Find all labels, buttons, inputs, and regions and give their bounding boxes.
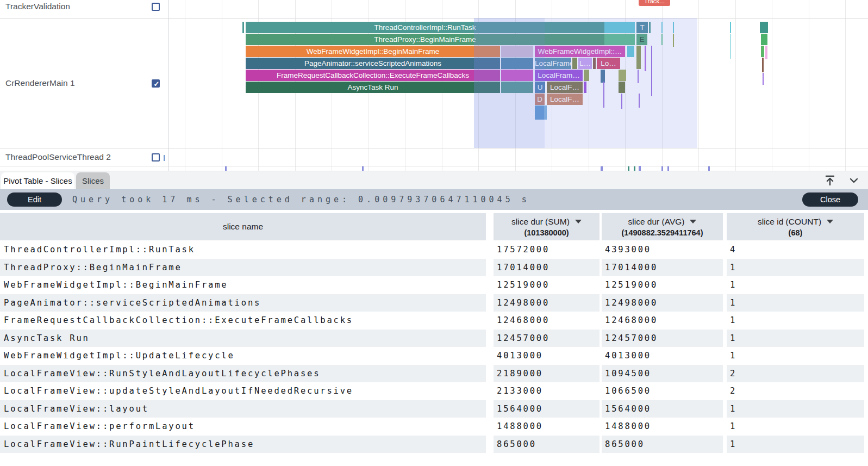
table-row[interactable]: AsyncTask Run12457000124570001 bbox=[0, 330, 868, 347]
query-status-text: Query took 17 ms - Selected range: 0.009… bbox=[72, 189, 530, 210]
gridline bbox=[735, 0, 736, 171]
mini-slice-tick[interactable] bbox=[601, 166, 603, 171]
bottom-panel-tabstrip: Pivot Table - Slices Slices bbox=[0, 171, 868, 189]
table-row[interactable]: WebFrameWidgetImpl::BeginMainFrame125190… bbox=[0, 276, 868, 294]
track-label: TrackerValidation bbox=[5, 2, 70, 11]
slice-label: FrameRequestCallbackCollection::ExecuteF… bbox=[246, 70, 500, 81]
sort-desc-icon[interactable] bbox=[575, 220, 582, 223]
expand-panel-up-icon[interactable] bbox=[823, 174, 836, 187]
cell-value: 4013000 bbox=[494, 347, 600, 365]
cell-value: 2 bbox=[727, 365, 864, 383]
timeline-panel[interactable]: ThreadControllerImpl::RunTaskTThreadProx… bbox=[0, 0, 868, 171]
mini-slice-tick[interactable] bbox=[634, 166, 635, 171]
track-shell-border bbox=[168, 0, 169, 171]
track-overflow-button[interactable]: Track... bbox=[639, 0, 670, 6]
flame-slice[interactable] bbox=[760, 22, 768, 33]
cell-value: 2133000 bbox=[494, 382, 600, 400]
flame-slice[interactable] bbox=[242, 22, 244, 33]
track-row-trackervalidation[interactable]: TrackerValidation bbox=[0, 1, 168, 15]
track-row-crrenderermain[interactable]: CrRendererMain 1 bbox=[0, 78, 168, 92]
table-row[interactable]: WebFrameWidgetImpl::UpdateLifecycle40130… bbox=[0, 347, 868, 365]
slice-label: AsyncTask Run bbox=[246, 82, 500, 93]
cell-slice-name: LocalFrameView::layout bbox=[0, 400, 486, 418]
column-header-label: slice dur (SUM) bbox=[511, 217, 570, 227]
flame-slice[interactable] bbox=[730, 22, 731, 33]
table-row[interactable]: FrameRequestCallbackCollection::ExecuteF… bbox=[0, 312, 868, 330]
column-header-slice-id-count-[interactable]: slice id (COUNT)(68) bbox=[727, 213, 864, 240]
track-divider bbox=[0, 166, 868, 166]
gridline bbox=[698, 0, 699, 171]
cell-slice-name: FrameRequestCallbackCollection::ExecuteF… bbox=[0, 312, 486, 330]
cell-slice-name: ThreadProxy::BeginMainFrame bbox=[0, 259, 486, 277]
selection-overlay bbox=[474, 18, 545, 148]
cell-value: 1066500 bbox=[602, 382, 723, 400]
track-row-threadpoolservicethread[interactable]: ThreadPoolServiceThread 2 bbox=[0, 152, 168, 166]
cell-slice-name: PageAnimator::serviceScriptedAnimations bbox=[0, 294, 486, 312]
column-header-label: slice dur (AVG) bbox=[628, 217, 685, 227]
mini-slice-tick[interactable] bbox=[708, 166, 710, 171]
flame-slice[interactable] bbox=[761, 46, 764, 57]
sort-desc-icon[interactable] bbox=[827, 220, 833, 223]
chevron-down-icon[interactable] bbox=[847, 174, 860, 187]
flame-slice-asynctask-run[interactable]: AsyncTask Run bbox=[246, 82, 500, 93]
sort-desc-icon[interactable] bbox=[690, 220, 696, 223]
tab-slices[interactable]: Slices bbox=[76, 172, 110, 189]
cell-value: 12519000 bbox=[494, 276, 600, 294]
table-row[interactable]: ThreadProxy::BeginMainFrame1701400017014… bbox=[0, 259, 868, 277]
gridline bbox=[845, 0, 846, 171]
mini-slice-tick[interactable] bbox=[628, 166, 629, 171]
close-button[interactable]: Close bbox=[802, 192, 858, 207]
table-row[interactable]: LocalFrameView::updateStyleAndLayoutIfNe… bbox=[0, 382, 868, 400]
cell-value: 12468000 bbox=[494, 312, 600, 330]
cell-value: 17572000 bbox=[494, 241, 600, 259]
flame-slice[interactable] bbox=[730, 34, 731, 59]
cell-value: 12457000 bbox=[602, 330, 723, 347]
mini-slice-tick[interactable] bbox=[661, 166, 663, 171]
column-header-slice-dur-sum-[interactable]: slice dur (SUM)(101380000) bbox=[494, 213, 600, 240]
cell-value: 12498000 bbox=[494, 294, 600, 312]
table-row[interactable]: ThreadControllerImpl::RunTask17572000439… bbox=[0, 241, 868, 259]
cell-value: 1488000 bbox=[494, 418, 600, 436]
table-row[interactable]: LocalFrameView::layout156400015640001 bbox=[0, 400, 868, 418]
table-row[interactable]: PageAnimator::serviceScriptedAnimations1… bbox=[0, 294, 868, 312]
slice-label: PageAnimator::serviceScriptedAnimations bbox=[246, 58, 500, 69]
flame-slice[interactable] bbox=[761, 34, 767, 45]
track-checkbox[interactable] bbox=[152, 3, 160, 11]
pivot-table: slice nameslice dur (SUM)(101380000)slic… bbox=[0, 213, 868, 466]
column-header-slice-dur-avg-[interactable]: slice dur (AVG)(1490882.3529411764) bbox=[602, 213, 723, 240]
gridline bbox=[809, 0, 809, 171]
cell-value: 1564000 bbox=[602, 400, 723, 418]
table-row[interactable]: LocalFrameView::RunPaintLifecyclePhase86… bbox=[0, 436, 868, 453]
flame-slice[interactable] bbox=[763, 73, 764, 85]
edit-button[interactable]: Edit bbox=[7, 192, 62, 207]
flame-slice[interactable] bbox=[765, 46, 767, 59]
flame-slice-webframewidgetimpl-beginmainframe[interactable]: WebFrameWidgetImpl::BeginMainFrame bbox=[246, 46, 500, 57]
mini-slice-tick[interactable] bbox=[639, 166, 641, 171]
mini-slice-tick[interactable] bbox=[362, 166, 364, 171]
mini-slice-tick[interactable] bbox=[225, 166, 227, 171]
flame-slice-pageanimator-servicescriptedanimations[interactable]: PageAnimator::serviceScriptedAnimations bbox=[246, 58, 500, 69]
cell-value: 1 bbox=[727, 276, 864, 294]
column-header-slice-name: slice name bbox=[0, 213, 486, 240]
mini-slice-tick[interactable] bbox=[164, 155, 165, 161]
flame-slice-framerequestcallbackcollection-executeframecallbacks[interactable]: FrameRequestCallbackCollection::ExecuteF… bbox=[246, 70, 500, 81]
cell-value: 1094500 bbox=[602, 365, 723, 383]
tab-pivot-table-slices[interactable]: Pivot Table - Slices bbox=[1, 172, 74, 189]
table-row[interactable]: LocalFrameView::performLayout14880001488… bbox=[0, 418, 868, 436]
track-divider bbox=[0, 148, 868, 148]
flame-slice[interactable] bbox=[762, 58, 764, 72]
cell-value: 1564000 bbox=[494, 400, 600, 418]
track-checkbox[interactable] bbox=[152, 79, 160, 88]
table-row[interactable]: LocalFrameView::RunStyleAndLayoutLifecyc… bbox=[0, 365, 868, 383]
cell-slice-name: LocalFrameView::performLayout bbox=[0, 418, 486, 436]
slice-label: WebFrameWidgetImpl::BeginMainFrame bbox=[246, 46, 500, 57]
gridline bbox=[185, 0, 185, 171]
gridline bbox=[772, 0, 772, 171]
mini-slice-tick[interactable] bbox=[667, 166, 669, 171]
cell-value: 12457000 bbox=[494, 330, 600, 347]
column-header-label: slice id (COUNT) bbox=[758, 217, 821, 227]
cell-value: 1 bbox=[727, 312, 864, 330]
track-checkbox[interactable] bbox=[152, 153, 160, 161]
perfetto-app: ThreadControllerImpl::RunTaskTThreadProx… bbox=[0, 0, 868, 466]
track-label: ThreadPoolServiceThread 2 bbox=[5, 152, 111, 162]
